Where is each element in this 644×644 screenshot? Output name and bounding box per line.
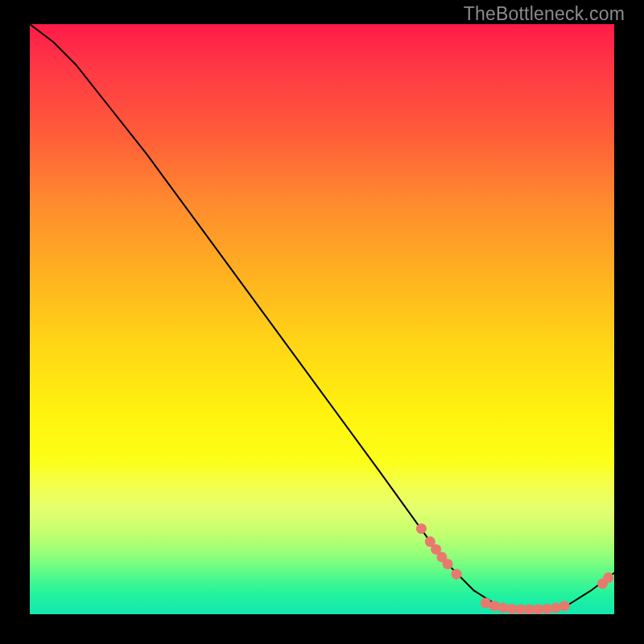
bottleneck-curve-line — [30, 24, 614, 609]
chart-marker — [489, 601, 500, 611]
chart-marker — [551, 602, 561, 613]
chart-markers — [416, 523, 613, 614]
chart-marker — [443, 559, 453, 569]
chart-marker — [452, 569, 462, 580]
chart-marker — [559, 601, 570, 611]
chart-overlay-svg — [30, 24, 614, 614]
chart-marker — [603, 572, 613, 583]
watermark-text: TheBottleneck.com — [464, 3, 625, 25]
chart-marker — [542, 604, 552, 614]
chart-plot-area — [30, 24, 614, 614]
chart-marker — [416, 523, 427, 534]
